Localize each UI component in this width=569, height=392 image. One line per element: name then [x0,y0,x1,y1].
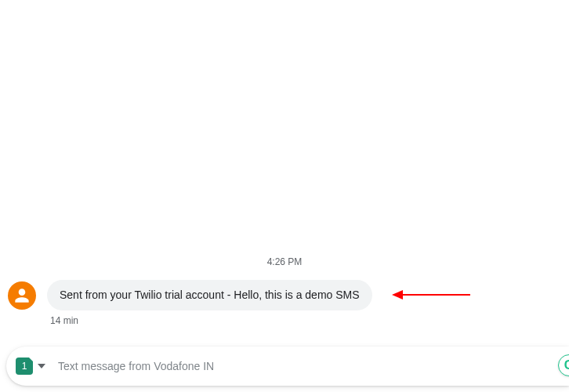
sim-selector-badge[interactable]: 1 [16,358,33,375]
sender-avatar[interactable] [8,281,36,310]
chevron-down-icon [38,364,45,368]
arrow-left-icon [392,289,470,300]
person-icon [12,285,32,306]
compose-bar: 1 [6,347,569,386]
message-bubble-container: Sent from your Twilio trial account - He… [47,280,372,326]
chat-area: 4:26 PM Sent from your Twilio trial acco… [0,0,569,337]
annotation-arrow [392,289,470,300]
svg-marker-1 [392,290,403,299]
grammarly-glyph: G [564,358,569,372]
message-timestamp: 4:26 PM [267,256,303,267]
message-row: Sent from your Twilio trial account - He… [8,280,561,326]
timestamp-row: 4:26 PM [8,256,561,267]
message-age: 14 min [50,315,372,326]
message-input[interactable] [58,360,563,372]
sim-selector-caret[interactable] [38,364,45,368]
message-bubble[interactable]: Sent from your Twilio trial account - He… [47,280,372,310]
